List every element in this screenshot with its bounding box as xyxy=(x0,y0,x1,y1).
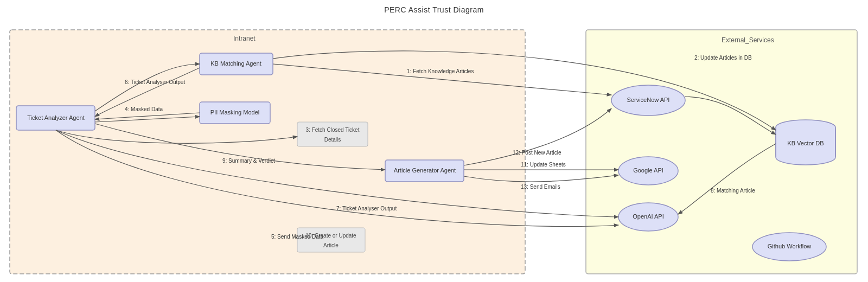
edge-9-label: 9: Summary & Verdict xyxy=(222,158,275,164)
fetch-closed-note-label2: Details xyxy=(324,137,341,143)
edge-5-label: 5: Send Masked Data xyxy=(271,234,324,240)
edge-11-label: 11: Update Sheets xyxy=(521,162,566,168)
edge-4-label: 4: Masked Data xyxy=(125,106,163,112)
edge-12-label: 12: Post New Article xyxy=(513,150,561,156)
edge-13-label: 13: Send Emails xyxy=(521,184,560,190)
ticket-analyzer-agent-label: Ticket Analyzer Agent xyxy=(27,114,84,121)
diagram-container: PERC Assist Trust Diagram Intranet Exter… xyxy=(0,0,868,282)
intranet-label: Intranet xyxy=(233,35,256,42)
create-update-note-label2: Article xyxy=(323,242,339,248)
github-workflow-label: Github Workflow xyxy=(768,243,812,249)
external-label: External_Services xyxy=(722,36,774,44)
google-api-label: Google API xyxy=(633,167,663,174)
fetch-closed-note-label: 3: Fetch Closed Ticket xyxy=(306,127,360,133)
kb-vector-db-label: KB Vector DB xyxy=(787,140,824,146)
servicenow-api-label: ServiceNow API xyxy=(627,97,670,103)
create-update-note xyxy=(297,228,365,252)
fetch-closed-note xyxy=(297,122,368,146)
pii-masking-model-label: PII Masking Model xyxy=(210,109,259,116)
edge-1-label: 1: Fetch Knowledge Articles xyxy=(407,68,474,74)
edge-7-label: 7: Ticket Analyser Output xyxy=(336,206,397,211)
article-generator-agent-label: Article Generator Agent xyxy=(394,167,456,174)
kb-matching-agent-label: KB Matching Agent xyxy=(210,60,261,67)
edge-2-label: 2: Update Articles in DB xyxy=(694,55,752,61)
edge-8-label: 8: Matching Article xyxy=(711,188,755,194)
openai-api-label: OpenAI API xyxy=(633,213,663,220)
edge-6-label: 6: Ticket Analyser Output xyxy=(125,79,185,85)
